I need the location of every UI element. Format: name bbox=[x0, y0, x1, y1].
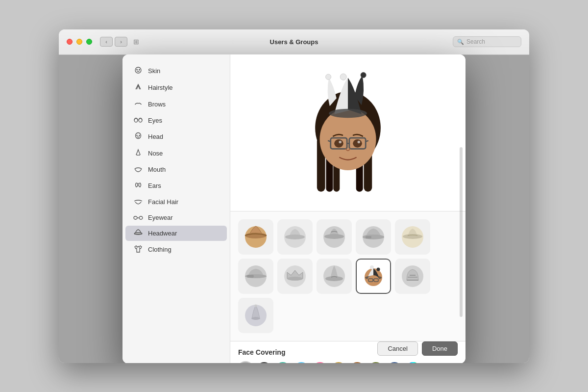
traffic-lights bbox=[67, 39, 92, 45]
mac-window: ‹ › ⊞ Users & Groups 🔍 Search bbox=[59, 29, 529, 363]
skin-icon bbox=[133, 66, 143, 76]
svg-point-6 bbox=[137, 135, 137, 135]
color-brown[interactable] bbox=[350, 362, 365, 363]
sidebar-label-eyewear: Eyewear bbox=[148, 214, 173, 221]
hat-newsboy[interactable] bbox=[356, 219, 391, 255]
hat-bucket[interactable] bbox=[277, 219, 313, 255]
sidebar-label-head: Head bbox=[148, 133, 163, 140]
hat-cowboy[interactable] bbox=[238, 219, 273, 255]
svg-point-32 bbox=[324, 234, 344, 239]
sidebar-label-hairstyle: Hairstyle bbox=[148, 84, 173, 91]
hat-knight[interactable] bbox=[395, 259, 430, 294]
svg-point-19 bbox=[361, 72, 366, 78]
sidebar: Skin Hairstyle bbox=[122, 54, 230, 363]
sidebar-label-mouth: Mouth bbox=[148, 166, 166, 173]
head-icon bbox=[133, 132, 143, 141]
modal-footer: Cancel Done bbox=[377, 341, 458, 356]
title-bar: ‹ › ⊞ Users & Groups 🔍 Search bbox=[59, 29, 529, 55]
svg-point-55 bbox=[255, 304, 257, 307]
scrollbar[interactable] bbox=[460, 147, 463, 317]
color-gold[interactable] bbox=[331, 362, 346, 363]
modal-overlay: Skin Hairstyle bbox=[59, 55, 529, 363]
hairstyle-icon bbox=[133, 83, 143, 92]
svg-rect-35 bbox=[366, 236, 371, 238]
memoji-avatar bbox=[294, 69, 402, 196]
nav-buttons: ‹ › bbox=[100, 37, 127, 47]
svg-point-1 bbox=[137, 69, 138, 70]
svg-point-54 bbox=[251, 317, 260, 320]
sidebar-item-eyewear[interactable]: Eyewear bbox=[125, 210, 227, 225]
sidebar-label-headwear: Headwear bbox=[148, 230, 177, 237]
done-button[interactable]: Done bbox=[422, 341, 458, 356]
main-content: Face Covering bbox=[230, 54, 466, 363]
hat-grid bbox=[238, 219, 458, 333]
sidebar-item-skin[interactable]: Skin bbox=[125, 63, 227, 79]
svg-rect-8 bbox=[134, 216, 137, 219]
svg-point-7 bbox=[139, 135, 140, 135]
sidebar-item-mouth[interactable]: Mouth bbox=[125, 162, 227, 177]
sidebar-item-eyes[interactable]: Eyes bbox=[125, 113, 227, 128]
sidebar-label-brows: Brows bbox=[148, 101, 166, 108]
sidebar-item-clothing[interactable]: Clothing bbox=[125, 241, 227, 258]
window-title: Users & Groups bbox=[270, 38, 318, 46]
avatar-preview bbox=[230, 54, 466, 211]
svg-point-2 bbox=[139, 69, 140, 70]
sidebar-label-eyes: Eyes bbox=[148, 117, 162, 124]
color-multi[interactable] bbox=[406, 362, 420, 363]
search-bar[interactable]: 🔍 Search bbox=[453, 36, 521, 47]
hat-flatcap[interactable] bbox=[238, 259, 273, 294]
sidebar-item-head[interactable]: Head bbox=[125, 129, 227, 145]
memoji-editor-modal: Skin Hairstyle bbox=[122, 54, 466, 363]
color-dark[interactable] bbox=[257, 362, 271, 363]
sidebar-label-nose: Nose bbox=[148, 150, 163, 157]
sidebar-item-headwear[interactable]: Headwear bbox=[125, 226, 227, 241]
sidebar-item-ears[interactable]: Ears bbox=[125, 178, 227, 194]
search-placeholder: Search bbox=[466, 38, 485, 45]
svg-rect-9 bbox=[139, 216, 143, 219]
sidebar-item-brows[interactable]: Brows bbox=[125, 96, 227, 112]
svg-point-26 bbox=[358, 141, 361, 144]
eyes-icon bbox=[133, 116, 143, 125]
facial-hair-icon bbox=[133, 198, 143, 206]
color-olive[interactable] bbox=[368, 362, 383, 363]
ears-icon bbox=[133, 181, 143, 190]
mouth-icon bbox=[133, 165, 143, 174]
svg-point-20 bbox=[326, 74, 331, 79]
sidebar-label-ears: Ears bbox=[148, 182, 161, 189]
cancel-button[interactable]: Cancel bbox=[377, 341, 417, 356]
hat-witch[interactable] bbox=[317, 259, 352, 294]
hat-fedora[interactable] bbox=[317, 219, 352, 255]
svg-point-5 bbox=[136, 132, 141, 138]
search-icon: 🔍 bbox=[457, 39, 464, 45]
hat-options-grid bbox=[230, 211, 466, 341]
headwear-icon bbox=[133, 229, 143, 237]
sidebar-label-skin: Skin bbox=[148, 67, 160, 75]
sidebar-item-nose[interactable]: Nose bbox=[125, 145, 227, 161]
back-button[interactable]: ‹ bbox=[100, 37, 113, 47]
maximize-button[interactable] bbox=[86, 39, 92, 45]
color-navy[interactable] bbox=[387, 362, 402, 363]
forward-button[interactable]: › bbox=[115, 37, 127, 47]
grid-icon: ⊞ bbox=[133, 38, 139, 46]
hat-panama[interactable] bbox=[395, 219, 430, 255]
color-options bbox=[238, 362, 458, 363]
sidebar-item-facial-hair[interactable]: Facial Hair bbox=[125, 194, 227, 209]
color-white[interactable] bbox=[238, 362, 253, 363]
sidebar-item-hairstyle[interactable]: Hairstyle bbox=[125, 79, 227, 96]
svg-point-42 bbox=[287, 277, 303, 281]
hat-cone[interactable] bbox=[238, 298, 273, 333]
svg-point-17 bbox=[329, 109, 367, 118]
color-teal[interactable] bbox=[275, 362, 290, 363]
color-cyan[interactable] bbox=[294, 362, 309, 363]
hat-crown[interactable] bbox=[277, 259, 313, 294]
close-button[interactable] bbox=[67, 39, 73, 45]
minimize-button[interactable] bbox=[76, 39, 82, 45]
color-pink[interactable] bbox=[313, 362, 327, 363]
nose-icon bbox=[133, 149, 143, 158]
hat-jester[interactable] bbox=[356, 259, 391, 294]
sidebar-label-facial-hair: Facial Hair bbox=[148, 198, 178, 206]
svg-point-30 bbox=[285, 235, 305, 239]
svg-rect-40 bbox=[247, 275, 254, 278]
svg-point-44 bbox=[325, 276, 343, 281]
sidebar-label-clothing: Clothing bbox=[148, 246, 172, 253]
